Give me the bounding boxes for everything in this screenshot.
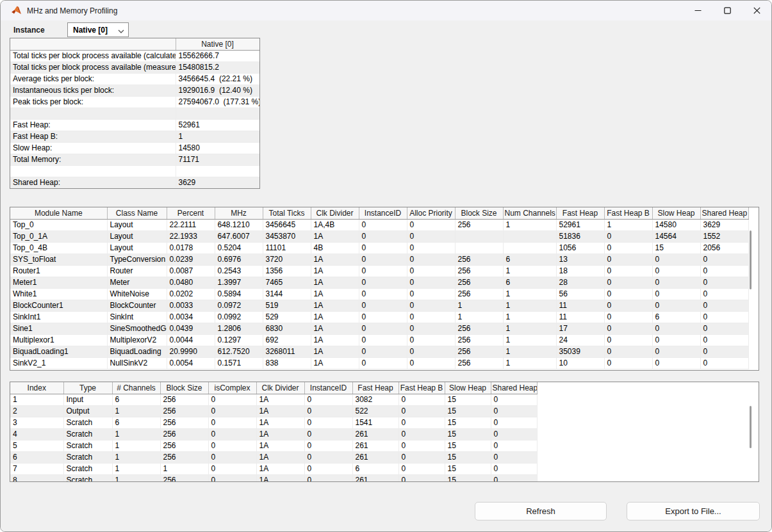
- module-table-cell[interactable]: 0: [652, 346, 700, 357]
- module-table-cell[interactable]: 0: [604, 288, 652, 300]
- module-table-cell[interactable]: 6: [652, 311, 700, 323]
- module-table-cell[interactable]: Layout: [107, 242, 167, 254]
- module-table-cell[interactable]: 256: [455, 219, 503, 230]
- module-table-cell[interactable]: WhiteNoise: [107, 288, 167, 300]
- buffer-table-cell[interactable]: 0: [304, 474, 352, 482]
- module-table-cell[interactable]: TypeConversion: [107, 254, 167, 265]
- buffer-table-cell[interactable]: 261: [352, 428, 398, 440]
- buffer-table-cell[interactable]: 1: [112, 474, 160, 482]
- buffer-table-cell[interactable]: 3082: [352, 394, 398, 405]
- buffer-table-cell[interactable]: 0: [398, 451, 445, 463]
- close-button[interactable]: [742, 1, 771, 20]
- module-table-cell[interactable]: 0.0202: [167, 288, 215, 300]
- module-table-cell[interactable]: 13: [556, 254, 604, 265]
- module-table-cell[interactable]: 11101: [263, 242, 311, 254]
- module-table-cell[interactable]: 0: [604, 254, 652, 265]
- buffer-table-cell[interactable]: 261: [352, 474, 398, 482]
- module-table-cell[interactable]: 6: [503, 277, 556, 288]
- summary-table-cell[interactable]: 15562666.7: [176, 50, 259, 61]
- summary-table-cell[interactable]: 52961: [176, 119, 259, 131]
- module-table-cell[interactable]: 1: [503, 265, 556, 277]
- buffer-table-cell[interactable]: 256: [160, 474, 208, 482]
- buffer-table-cell[interactable]: 0: [208, 394, 256, 405]
- module-table-cell[interactable]: 0: [359, 357, 407, 369]
- module-table-cell[interactable]: 0: [359, 242, 407, 254]
- module-table-cell[interactable]: 0: [652, 288, 700, 300]
- module-table-cell[interactable]: 1A,4B: [311, 219, 359, 230]
- module-table-cell[interactable]: 0: [407, 334, 455, 346]
- module-table-cell[interactable]: 0.6976: [215, 254, 263, 265]
- module-table-cell[interactable]: 0: [407, 265, 455, 277]
- module-table-cell[interactable]: 20.9990: [167, 346, 215, 357]
- module-table-cell[interactable]: Router: [107, 265, 167, 277]
- module-table-cell[interactable]: 22.1933: [167, 230, 215, 242]
- module-table-cell[interactable]: 0: [604, 300, 652, 311]
- module-table-cell[interactable]: 1: [604, 219, 652, 230]
- module-table-cell[interactable]: 1A: [311, 357, 359, 369]
- module-table-cell[interactable]: 0.0972: [215, 300, 263, 311]
- summary-table-cell[interactable]: 15480815.2: [176, 61, 259, 73]
- module-table-cell[interactable]: 647.6007: [215, 230, 263, 242]
- summary-table-cell[interactable]: Fast Heap B:: [10, 131, 176, 142]
- module-table-cell[interactable]: BiquadLoading1: [10, 346, 107, 357]
- module-table-cell[interactable]: 3268011: [263, 346, 311, 357]
- summary-table-cell[interactable]: 3456645.4 (22.21 %): [176, 73, 259, 85]
- buffer-table-cell[interactable]: 0: [491, 405, 537, 417]
- module-table-cell[interactable]: 10: [556, 357, 604, 369]
- module-table-cell[interactable]: 0: [407, 242, 455, 254]
- module-table-cell[interactable]: 1: [503, 346, 556, 357]
- summary-table-cell[interactable]: 1: [176, 131, 259, 142]
- buffer-table-cell[interactable]: 256: [160, 451, 208, 463]
- buffer-table-cell[interactable]: 6: [112, 417, 160, 428]
- buffer-table-cell[interactable]: 15: [445, 440, 491, 451]
- buffer-table-cell[interactable]: 8: [10, 474, 63, 482]
- buffer-table-cell[interactable]: Scratch: [63, 428, 112, 440]
- buffer-table-cell[interactable]: 256: [160, 440, 208, 451]
- module-table-cell[interactable]: Layout: [107, 230, 167, 242]
- module-table-cell[interactable]: Meter1: [10, 277, 107, 288]
- buffer-table-cell[interactable]: 0: [304, 440, 352, 451]
- module-table-cell[interactable]: 24: [556, 334, 604, 346]
- buffer-table-cell[interactable]: 15: [445, 405, 491, 417]
- buffer-table-cell[interactable]: Scratch: [63, 463, 112, 474]
- module-table-cell[interactable]: 6: [503, 254, 556, 265]
- buffer-table-cell[interactable]: 261: [352, 440, 398, 451]
- module-table-cell[interactable]: 0: [407, 219, 455, 230]
- buffer-table-cell[interactable]: 0: [304, 405, 352, 417]
- summary-table-cell[interactable]: Peak ticks per block:: [10, 96, 176, 108]
- buffer-table-cell[interactable]: 15: [445, 463, 491, 474]
- buffer-table-cell[interactable]: 0: [304, 451, 352, 463]
- module-table-cell[interactable]: BlockCounter1: [10, 300, 107, 311]
- module-table-cell[interactable]: 256: [455, 288, 503, 300]
- buffer-table-cell[interactable]: 0: [304, 417, 352, 428]
- buffer-table-cell[interactable]: 1: [112, 428, 160, 440]
- module-table-cell[interactable]: 692: [263, 334, 311, 346]
- buffer-table-cell[interactable]: 2: [10, 405, 63, 417]
- buffer-table-cell[interactable]: Output: [63, 405, 112, 417]
- module-table-cell[interactable]: BlockCounter: [107, 300, 167, 311]
- summary-table-cell[interactable]: Total ticks per block process available …: [10, 61, 176, 73]
- module-table-cell[interactable]: 1.2806: [215, 323, 263, 334]
- module-table-cell[interactable]: SYS_toFloat: [10, 254, 107, 265]
- module-table-cell[interactable]: 0.0439: [167, 323, 215, 334]
- module-table-cell[interactable]: 56: [556, 288, 604, 300]
- buffer-table-cell[interactable]: 0: [208, 417, 256, 428]
- module-table-cell[interactable]: 0: [359, 277, 407, 288]
- buffer-table-cell[interactable]: 0: [304, 394, 352, 405]
- minimize-button[interactable]: [683, 1, 712, 20]
- module-table-cell[interactable]: 0: [407, 288, 455, 300]
- module-table-cell[interactable]: [455, 230, 503, 242]
- module-table-cell[interactable]: 0: [700, 346, 748, 357]
- module-table-cell[interactable]: SinkInt: [107, 311, 167, 323]
- buffer-table-cell[interactable]: 5: [10, 440, 63, 451]
- module-table-cell[interactable]: 1A: [311, 230, 359, 242]
- module-table-cell[interactable]: 0: [604, 265, 652, 277]
- buffer-table-cell[interactable]: 0: [398, 440, 445, 451]
- module-table-cell[interactable]: 0: [652, 277, 700, 288]
- maximize-button[interactable]: [712, 1, 742, 20]
- module-table-cell[interactable]: 17: [556, 323, 604, 334]
- module-table-cell[interactable]: 648.1210: [215, 219, 263, 230]
- buffer-table-cell[interactable]: 1A: [256, 474, 304, 482]
- module-table-cell[interactable]: 0: [604, 277, 652, 288]
- buffer-table-cell[interactable]: 522: [352, 405, 398, 417]
